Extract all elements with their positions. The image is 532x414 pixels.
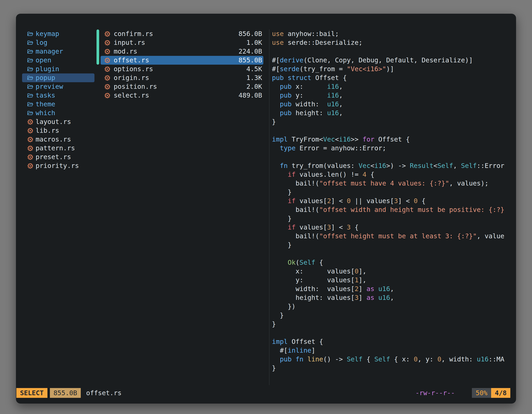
desktop-background: keymap log: [0, 0, 532, 414]
parent-directory-pane: keymap log: [22, 29, 95, 381]
file-manager-window: keymap log: [16, 14, 516, 404]
code-line: y: values[1],: [272, 276, 514, 285]
sidebar-directory-item[interactable]: log: [22, 38, 95, 47]
file-list-item[interactable]: options.rs 4.5K: [101, 65, 263, 73]
file-name: confirm.rs: [114, 29, 153, 38]
mode-badge: SELECT: [16, 388, 48, 398]
code-line: width: values[2] as u16,: [272, 285, 514, 293]
folder-open-icon: [27, 83, 34, 90]
directory-name: plugin: [36, 65, 59, 73]
code-line: pub width: u16,: [272, 100, 514, 109]
file-name: input.rs: [114, 38, 145, 47]
selection-marker: [96, 29, 99, 65]
folder-open-icon: [27, 66, 34, 72]
code-line: if values.len() != 4 {: [272, 170, 514, 179]
code-line: [272, 249, 514, 258]
code-line: pub y: i16,: [272, 91, 514, 100]
file-list-item[interactable]: input.rs 1.0K: [101, 38, 263, 47]
code-line: height: values[3] as u16,: [272, 293, 514, 302]
directory-name: theme: [36, 100, 55, 109]
code-line: use serde::Deserialize;: [272, 38, 514, 47]
file-name: layout.rs: [36, 117, 71, 126]
file-name: position.rs: [114, 82, 157, 91]
code-line: type Error = anyhow::Error;: [272, 144, 514, 153]
code-line: impl Offset {: [272, 337, 514, 346]
code-line: #[inline]: [272, 346, 514, 355]
sidebar-directory-item[interactable]: tasks: [22, 91, 95, 100]
code-line: [272, 328, 514, 337]
directory-name: tasks: [36, 91, 55, 100]
sidebar-directory-item[interactable]: which: [22, 109, 95, 117]
file-list-item[interactable]: origin.rs 1.3K: [101, 73, 263, 82]
file-size: 1.0K: [246, 38, 262, 47]
folder-open-icon: [27, 57, 34, 64]
code-line: pub fn line() -> Self { Self { x: 0, y: …: [272, 355, 514, 364]
file-size: 1.3K: [246, 73, 262, 82]
file-name: offset.rs: [114, 56, 149, 65]
rust-file-icon: [104, 57, 111, 64]
scroll-percent-badge: 50%: [472, 388, 491, 398]
code-line: }: [272, 214, 514, 223]
file-list-item[interactable]: offset.rs 855.0B: [101, 56, 263, 65]
code-line: impl TryFrom<Vec<i16>> for Offset {: [272, 135, 514, 144]
code-line: fn try_from(values: Vec<i16>) -> Result<…: [272, 161, 514, 170]
rust-file-icon: [104, 31, 111, 37]
sidebar-directory-item[interactable]: theme: [22, 100, 95, 109]
file-permissions: -rw-r--r--: [416, 389, 455, 397]
sidebar-file-item[interactable]: lib.rs: [22, 126, 95, 135]
sidebar-file-item[interactable]: pattern.rs: [22, 144, 95, 153]
file-name: mod.rs: [114, 47, 137, 56]
code-line: pub x: i16,: [272, 82, 514, 91]
file-list-item[interactable]: mod.rs 224.0B: [101, 47, 263, 56]
code-line: pub height: u16,: [272, 109, 514, 117]
code-line: use anyhow::bail;: [272, 29, 514, 38]
file-list-item[interactable]: select.rs 489.0B: [101, 91, 263, 100]
code-line: #[derive(Clone, Copy, Debug, Default, De…: [272, 56, 514, 65]
file-preview-pane: use anyhow::bail;use serde::Deserialize;…: [272, 29, 514, 381]
code-line: [272, 153, 514, 161]
sidebar-directory-item[interactable]: preview: [22, 82, 95, 91]
file-name: lib.rs: [36, 126, 59, 135]
sidebar-file-item[interactable]: priority.rs: [22, 161, 95, 170]
rust-file-icon: [104, 83, 111, 90]
sidebar-directory-item[interactable]: manager: [22, 47, 95, 56]
sidebar-file-list: layout.rs lib.rs: [22, 117, 95, 170]
code-line: bail!("offset width and height must be p…: [272, 205, 514, 214]
rust-file-icon: [27, 127, 34, 134]
file-name: preset.rs: [36, 153, 71, 161]
file-list-item[interactable]: confirm.rs 856.0B: [101, 29, 263, 38]
code-line: x: values[0],: [272, 267, 514, 276]
rust-file-icon: [27, 119, 34, 125]
code-line: pub struct Offset {: [272, 73, 514, 82]
status-filename: offset.rs: [86, 389, 122, 397]
file-name: origin.rs: [114, 73, 149, 82]
code-line: if values[2] < 0 || values[3] < 0 {: [272, 197, 514, 205]
sidebar-file-item[interactable]: preset.rs: [22, 153, 95, 161]
rust-file-icon: [27, 163, 34, 169]
sidebar-directory-item[interactable]: open: [22, 56, 95, 65]
code-line: }: [272, 320, 514, 328]
sidebar-file-item[interactable]: layout.rs: [22, 117, 95, 126]
file-name: macros.rs: [36, 135, 71, 144]
panes-container: keymap log: [16, 29, 516, 381]
directory-name: preview: [36, 82, 63, 91]
file-size: 2.0K: [246, 82, 262, 91]
directory-name: log: [36, 38, 48, 47]
sidebar-directory-item[interactable]: popup: [22, 73, 95, 82]
file-list-item[interactable]: position.rs 2.0K: [101, 82, 263, 91]
folder-open-icon: [27, 101, 34, 108]
directory-name: manager: [36, 47, 63, 56]
code-line: }): [272, 302, 514, 311]
selected-size-badge: 855.0B: [50, 388, 81, 398]
directory-name: open: [36, 56, 51, 65]
pane-separator: [269, 29, 269, 385]
folder-open-icon: [27, 92, 34, 99]
sidebar-directory-item[interactable]: keymap: [22, 29, 95, 38]
code-line: }: [272, 188, 514, 197]
code-line: }: [272, 241, 514, 249]
rust-file-icon: [104, 75, 111, 81]
rust-file-icon: [104, 39, 111, 46]
sidebar-file-item[interactable]: macros.rs: [22, 135, 95, 144]
file-name: select.rs: [114, 91, 149, 100]
sidebar-directory-item[interactable]: plugin: [22, 65, 95, 73]
